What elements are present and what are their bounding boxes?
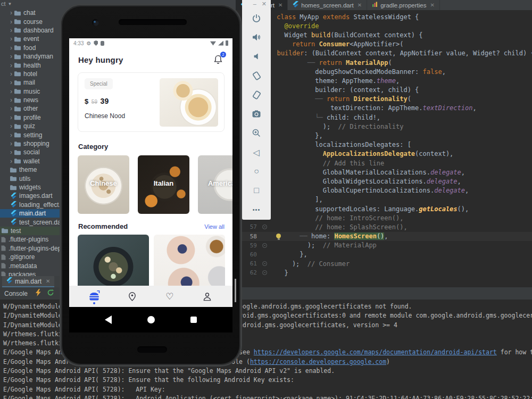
project-header-label: ct bbox=[1, 1, 6, 7]
emulator-toolbar: – ✕ ◁○□••• bbox=[242, 0, 271, 220]
recommended-photo-salad[interactable] bbox=[78, 235, 149, 286]
category-row: ChineseItalianAmerican bbox=[78, 155, 232, 214]
chevron-right-icon[interactable]: › bbox=[9, 149, 14, 155]
volume-up-icon[interactable] bbox=[242, 28, 271, 47]
log-line: E/Google Maps Android API( 5728): API Ke… bbox=[3, 385, 532, 394]
recommended-row bbox=[78, 235, 225, 286]
run-tab-main-dart[interactable]: main.dart ✕ bbox=[2, 276, 54, 287]
recommended-photo-berries[interactable] bbox=[154, 235, 225, 286]
chevron-right-icon[interactable]: › bbox=[9, 63, 14, 68]
tree-item-label: mail bbox=[23, 79, 35, 86]
back-icon[interactable] bbox=[105, 315, 112, 324]
dart-file-icon bbox=[11, 201, 16, 208]
tree-item-label: health bbox=[23, 62, 41, 69]
close-icon[interactable]: ✕ bbox=[262, 1, 267, 9]
close-icon[interactable]: ✕ bbox=[278, 2, 282, 8]
sim-icon bbox=[101, 41, 104, 46]
more-icon[interactable]: ••• bbox=[242, 200, 271, 219]
overview-icon[interactable]: □ bbox=[242, 181, 271, 200]
android-nav-bar bbox=[69, 307, 232, 332]
recommended-heading: Recommended bbox=[78, 222, 128, 230]
editor-tab-homes_screen-dart[interactable]: homes_screen.dart✕ bbox=[288, 0, 367, 10]
chevron-right-icon[interactable]: › bbox=[9, 19, 14, 24]
profile-icon[interactable] bbox=[200, 288, 215, 304]
log-link[interactable]: https://console.developers.google.com bbox=[250, 358, 386, 365]
rotate-left-icon[interactable] bbox=[242, 66, 271, 85]
code-line-58: 58 ── home: HomesScreen(), bbox=[236, 232, 532, 241]
location-icon[interactable] bbox=[124, 288, 140, 304]
chevron-right-icon[interactable]: › bbox=[9, 80, 14, 85]
chevron-right-icon[interactable]: › bbox=[9, 10, 14, 15]
fold-marker-icon[interactable] bbox=[262, 261, 267, 266]
chevron-right-icon[interactable]: › bbox=[9, 115, 14, 120]
app-title: Hey hungry bbox=[78, 55, 123, 64]
folder-icon bbox=[14, 10, 21, 16]
chevron-right-icon[interactable]: › bbox=[9, 123, 14, 129]
fold-marker-icon[interactable] bbox=[262, 243, 267, 248]
file-icon bbox=[1, 254, 6, 260]
log-link[interactable]: https://developers.google.com/maps/docum… bbox=[254, 348, 497, 356]
notifications-button[interactable]: 2 bbox=[212, 54, 225, 66]
code-line-57: 57 // home: SplashScreen(), bbox=[236, 222, 532, 231]
chevron-right-icon[interactable]: › bbox=[9, 54, 14, 59]
folder-icon bbox=[14, 62, 21, 68]
chevron-right-icon[interactable]: › bbox=[9, 106, 14, 111]
line-number: 57 bbox=[242, 223, 260, 230]
view-all-link[interactable]: View all bbox=[204, 223, 225, 230]
line-number: 60 bbox=[242, 251, 260, 258]
tree-item-label: widgets bbox=[19, 184, 41, 191]
power-icon[interactable] bbox=[242, 9, 271, 28]
tree-item-label: shopping bbox=[23, 140, 49, 147]
category-card-italian[interactable]: Italian bbox=[138, 155, 189, 214]
category-card-chinese[interactable]: Chinese bbox=[78, 155, 129, 214]
category-card-american[interactable]: American bbox=[198, 155, 232, 214]
code-line-45: 45 └─ child: child!, bbox=[236, 113, 532, 122]
intention-bulb-icon[interactable] bbox=[276, 234, 281, 238]
camera-icon[interactable] bbox=[242, 104, 271, 123]
fold-marker-icon[interactable] bbox=[262, 270, 267, 275]
tree-item-label: images.dart bbox=[19, 192, 53, 200]
recents-icon[interactable] bbox=[190, 317, 197, 323]
chevron-right-icon[interactable]: › bbox=[9, 36, 14, 41]
home-icon[interactable]: ○ bbox=[242, 162, 271, 181]
console-label: Console bbox=[4, 290, 28, 297]
zoom-in-icon[interactable] bbox=[242, 123, 271, 143]
close-icon[interactable]: ✕ bbox=[358, 2, 362, 8]
hot-restart-icon[interactable] bbox=[47, 289, 54, 298]
chevron-right-icon[interactable]: › bbox=[9, 159, 14, 164]
chevron-right-icon[interactable]: › bbox=[9, 97, 14, 103]
minimize-icon[interactable]: – bbox=[253, 1, 256, 9]
selected-indicator bbox=[93, 302, 95, 304]
home-icon[interactable] bbox=[147, 316, 155, 323]
close-icon[interactable]: ✕ bbox=[46, 278, 50, 284]
file-icon bbox=[1, 263, 6, 269]
food-menu-icon[interactable] bbox=[86, 288, 102, 304]
folder-icon bbox=[14, 36, 21, 42]
fold-marker-icon[interactable] bbox=[262, 225, 267, 229]
chevron-right-icon[interactable]: › bbox=[9, 141, 14, 146]
close-icon[interactable]: ✕ bbox=[430, 2, 434, 8]
chevron-right-icon[interactable]: › bbox=[9, 71, 14, 77]
price: 39 bbox=[101, 97, 109, 105]
volume-down-icon[interactable] bbox=[242, 47, 271, 66]
tree-item-label: setting bbox=[23, 131, 42, 139]
code-area[interactable]: 34class MyApp extends StatelessWidget {3… bbox=[236, 10, 532, 277]
code-line-50: 50 // Add this line bbox=[236, 159, 532, 168]
file-icon bbox=[1, 237, 6, 243]
hot-reload-bolt-icon[interactable] bbox=[35, 289, 41, 298]
chevron-right-icon[interactable]: › bbox=[9, 28, 14, 33]
scrollbar-thumb[interactable] bbox=[235, 279, 236, 302]
ide-window: ct ▼ ›chat›course›dashboard›event›food›h… bbox=[0, 0, 532, 399]
chevron-right-icon[interactable]: › bbox=[9, 132, 14, 138]
folder-icon bbox=[14, 19, 21, 24]
dart-file-icon bbox=[11, 210, 16, 217]
favorites-heart-icon[interactable]: ♡ bbox=[162, 288, 178, 304]
tree-item-label: news bbox=[23, 96, 38, 104]
rotate-right-icon[interactable] bbox=[242, 85, 271, 104]
chevron-right-icon[interactable]: › bbox=[9, 89, 14, 94]
special-offer-card[interactable]: Special $ 59 39 Chinese Nood bbox=[78, 72, 225, 132]
back-icon[interactable]: ◁ bbox=[242, 143, 271, 162]
chevron-right-icon[interactable]: › bbox=[9, 45, 14, 51]
code-line-61: 61 ); // Consumer bbox=[236, 259, 532, 268]
editor-tab-gradle-properties[interactable]: gradle.properties✕ bbox=[367, 0, 440, 10]
